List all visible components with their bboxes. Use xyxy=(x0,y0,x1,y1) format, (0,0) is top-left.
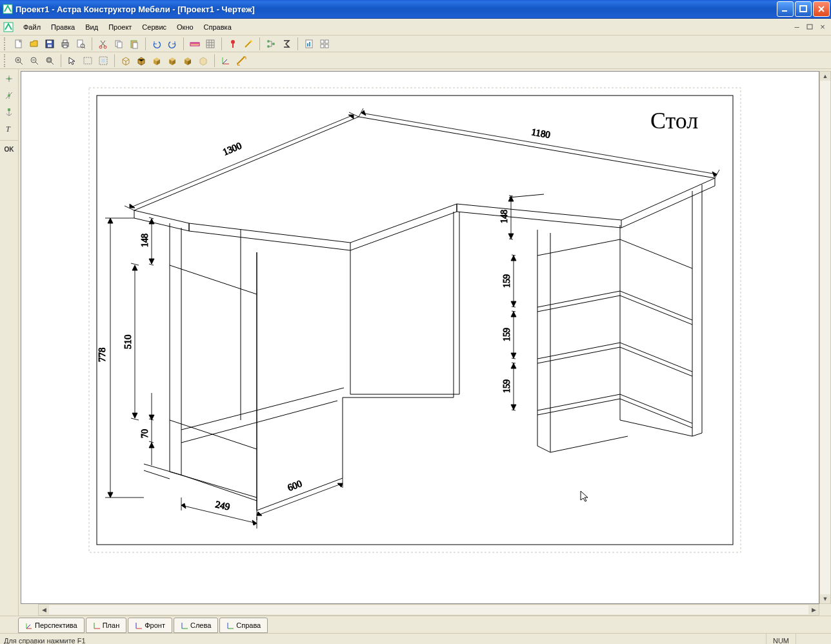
cube-alt-icon[interactable] xyxy=(181,54,195,68)
scroll-right-icon[interactable]: ▶ xyxy=(808,605,819,614)
scroll-left-icon[interactable]: ◀ xyxy=(39,605,49,614)
dim-778: 778 xyxy=(97,348,107,363)
cube-texture-icon[interactable] xyxy=(165,54,179,68)
cut-icon[interactable] xyxy=(96,37,110,51)
zoom-in-icon[interactable] xyxy=(12,54,26,68)
svg-rect-1 xyxy=(782,10,787,12)
tab-label: Слева xyxy=(190,621,211,629)
svg-rect-12 xyxy=(77,40,83,47)
tab-label: Фронт xyxy=(145,621,165,629)
axis-swatch xyxy=(226,622,233,629)
open-icon[interactable] xyxy=(27,37,41,51)
mdi-app-icon xyxy=(1,20,15,34)
cube-shaded-icon[interactable] xyxy=(150,54,164,68)
tree-icon[interactable] xyxy=(264,37,278,51)
window-controls xyxy=(777,1,830,17)
vertical-scrollbar[interactable]: ▲ ▼ xyxy=(819,71,831,604)
snap-xy-icon[interactable] xyxy=(2,72,16,86)
paste-icon[interactable] xyxy=(127,37,141,51)
svg-line-40 xyxy=(51,62,54,65)
axes-icon xyxy=(25,622,32,629)
new-icon[interactable] xyxy=(12,37,26,51)
svg-point-15 xyxy=(99,46,102,48)
grip-icon[interactable] xyxy=(4,54,8,67)
drawing-canvas[interactable]: Стол xyxy=(21,71,819,604)
print-preview-icon[interactable] xyxy=(74,37,88,51)
close-button[interactable] xyxy=(813,1,830,17)
svg-rect-8 xyxy=(48,45,52,47)
cube-wire-icon[interactable] xyxy=(119,54,133,68)
select-rect-icon[interactable] xyxy=(81,54,95,68)
svg-rect-41 xyxy=(48,59,50,61)
maximize-button[interactable] xyxy=(795,1,812,17)
redo-icon[interactable] xyxy=(165,37,179,51)
select-all-icon[interactable] xyxy=(96,54,110,68)
mdi-minimize-icon[interactable]: – xyxy=(792,23,801,32)
separator xyxy=(297,37,298,50)
axes-icon[interactable] xyxy=(219,54,233,68)
scroll-track[interactable] xyxy=(820,81,830,594)
scroll-down-icon[interactable]: ▼ xyxy=(820,594,830,603)
sigma-icon[interactable] xyxy=(279,37,294,51)
grid-icon[interactable] xyxy=(203,37,217,51)
svg-rect-19 xyxy=(131,41,137,48)
ok-button[interactable]: OK xyxy=(5,146,14,153)
svg-point-13 xyxy=(81,44,85,48)
tab-right[interactable]: Справа xyxy=(219,618,268,633)
menu-view[interactable]: Вид xyxy=(80,21,103,34)
svg-rect-34 xyxy=(325,45,328,48)
text-tool-icon[interactable]: T xyxy=(2,122,16,136)
snap-anchor-icon[interactable] xyxy=(2,105,16,119)
titlebar: Проект1 - Астра Конструктор Мебели - [Пр… xyxy=(0,0,831,19)
menu-help[interactable]: Справка xyxy=(199,21,237,34)
menu-service[interactable]: Сервис xyxy=(137,21,172,34)
measure-icon[interactable] xyxy=(234,54,248,68)
print-icon[interactable] xyxy=(58,37,72,51)
svg-point-23 xyxy=(231,40,235,44)
toolbar-standard xyxy=(0,35,831,52)
svg-line-38 xyxy=(35,62,38,65)
svg-rect-30 xyxy=(309,42,310,46)
tab-perspective[interactable]: Перспектива xyxy=(18,618,85,633)
horizontal-scrollbar[interactable]: ◀ ▶ xyxy=(38,604,819,616)
menu-window[interactable]: Окно xyxy=(172,21,199,34)
window-title: Проект1 - Астра Конструктор Мебели - [Пр… xyxy=(15,5,777,14)
statusbar: Для справки нажмите F1 NUM xyxy=(0,633,831,644)
report-icon[interactable] xyxy=(302,37,316,51)
ruler-icon[interactable] xyxy=(188,37,202,51)
copy-icon[interactable] xyxy=(112,37,126,51)
svg-point-26 xyxy=(267,45,270,48)
mdi-close-icon[interactable]: × xyxy=(818,23,827,32)
gallery-icon[interactable] xyxy=(317,37,332,51)
svg-rect-28 xyxy=(306,40,312,48)
axis-swatch xyxy=(181,622,187,629)
svg-rect-4 xyxy=(807,25,812,29)
mdi-controls: – × xyxy=(792,23,831,32)
menu-project[interactable]: Проект xyxy=(103,21,137,34)
tab-front[interactable]: Фронт xyxy=(128,618,172,633)
menu-edit[interactable]: Правка xyxy=(46,21,80,34)
select-icon[interactable] xyxy=(65,54,79,68)
tab-left[interactable]: Слева xyxy=(174,618,218,633)
cube-ghost-icon[interactable] xyxy=(196,54,210,68)
save-icon[interactable] xyxy=(43,37,57,51)
pin-icon[interactable] xyxy=(226,37,240,51)
wand-icon[interactable] xyxy=(241,37,255,51)
zoom-out-icon[interactable] xyxy=(27,54,41,68)
cube-solid-icon[interactable] xyxy=(134,54,148,68)
snap-z-icon[interactable] xyxy=(2,88,16,103)
undo-icon[interactable] xyxy=(150,37,164,51)
scroll-track[interactable] xyxy=(49,605,808,614)
zoom-fit-icon[interactable] xyxy=(43,54,57,68)
scroll-up-icon[interactable]: ▲ xyxy=(820,72,830,81)
svg-rect-11 xyxy=(63,45,67,48)
menu-file[interactable]: Файл xyxy=(18,21,46,34)
svg-point-27 xyxy=(272,43,275,45)
separator xyxy=(114,54,115,67)
tab-plan[interactable]: План xyxy=(86,618,127,633)
svg-rect-7 xyxy=(47,41,52,43)
mdi-restore-icon[interactable] xyxy=(805,23,814,32)
grip-icon[interactable] xyxy=(4,37,8,50)
svg-point-16 xyxy=(104,46,106,48)
minimize-button[interactable] xyxy=(777,1,794,17)
